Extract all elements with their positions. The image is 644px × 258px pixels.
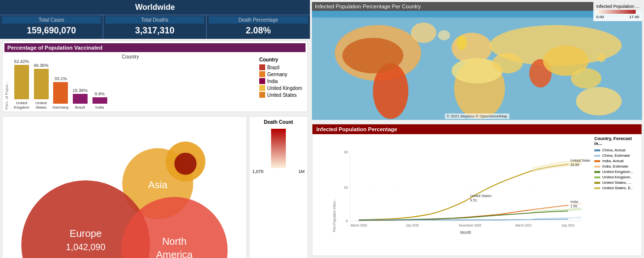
infected-chart-area: Perc.Population Infect... 0 10 20 March … xyxy=(312,134,592,256)
infected-legend-color xyxy=(594,182,600,184)
legend-item: United Kingdom xyxy=(259,85,303,91)
bubble-canvas: Asia Europe 1,042,090 North America xyxy=(2,116,246,258)
infected-legend-item: India, Actual xyxy=(594,159,640,163)
bar-group: 46.36% United States xyxy=(31,63,51,110)
infected-legend-color xyxy=(594,166,600,168)
svg-point-22 xyxy=(571,68,601,88)
vaccination-section: Percentage of Population Vaccinated Coun… xyxy=(2,41,308,112)
svg-text:16.85: 16.85 xyxy=(570,163,579,167)
infected-chart-svg: Perc.Population Infect... 0 10 20 March … xyxy=(332,138,590,246)
bubble-section: Asia Europe 1,042,090 North America Cont… xyxy=(2,116,247,258)
bar xyxy=(34,69,49,99)
infected-legend-label: China, Actual xyxy=(602,148,625,152)
total-cases-label: Total Cases xyxy=(2,16,101,24)
svg-point-14 xyxy=(342,38,403,73)
infected-legend-title: Country, Forecast in... xyxy=(594,136,640,146)
bar-country-label: United Kingdom xyxy=(12,101,31,110)
bar-chart-container: 52.42% United Kingdom 46.36% United Stat… xyxy=(10,60,111,110)
bar xyxy=(53,82,68,104)
infected-legend-label: United States, ... xyxy=(602,180,631,185)
infected-legend-color xyxy=(594,149,600,151)
infected-legend-label: India, Estimate xyxy=(602,164,628,169)
death-count-gradient xyxy=(271,129,286,168)
legend-color xyxy=(259,78,265,84)
map-legend-title: Infected Population ... xyxy=(596,4,639,9)
legend-item: Germany xyxy=(259,71,303,77)
infected-legend-label: China, Estimate xyxy=(602,153,630,158)
infected-legend-item: United Kingdom... xyxy=(594,170,640,174)
svg-text:10: 10 xyxy=(344,185,348,190)
total-cases-value: 159,690,070 xyxy=(2,24,101,38)
bar xyxy=(92,97,107,104)
bottom-left: Asia Europe 1,042,090 North America Cont… xyxy=(2,116,308,258)
svg-text:March 2021: March 2021 xyxy=(516,224,532,227)
svg-text:1.56: 1.56 xyxy=(570,204,577,208)
map-legend-gradient xyxy=(596,10,636,14)
map-legend-scale: 0.00 17.40 xyxy=(596,15,639,19)
legend-item: United States xyxy=(259,92,303,98)
svg-text:Month: Month xyxy=(460,230,471,235)
death-count-title: Death Count xyxy=(252,119,305,125)
svg-text:0: 0 xyxy=(346,219,348,223)
svg-text:9.51: 9.51 xyxy=(470,198,477,202)
infected-legend-label: United Kingdom... xyxy=(602,170,634,174)
death-count-scale: 1,070 1M xyxy=(252,169,305,174)
svg-point-26 xyxy=(438,30,450,40)
death-percentage-value: 2.08% xyxy=(209,24,308,38)
svg-text:July 2021: July 2021 xyxy=(561,224,575,228)
legend-color xyxy=(259,92,265,98)
legend-color xyxy=(259,85,265,91)
legend-color xyxy=(259,64,265,70)
legend-item: India xyxy=(259,78,303,84)
svg-text:Europe: Europe xyxy=(69,228,101,239)
bar-chart-wrapper: Perc. of Popul... 52.42% United Kingdom … xyxy=(4,60,256,110)
infected-legend-item: United Kingdom.. xyxy=(594,175,640,179)
svg-point-16 xyxy=(457,36,467,50)
total-deaths-label: Total Deaths xyxy=(105,16,204,24)
death-count-min: 1,070 xyxy=(252,169,264,174)
legend-item: Brazil xyxy=(259,64,303,70)
infected-legend-label: United States, E.. xyxy=(602,186,633,190)
vaccination-chart-title: Country xyxy=(4,54,256,59)
bar-country-label: United States xyxy=(31,101,51,110)
svg-text:Perc.Population Infect...: Perc.Population Infect... xyxy=(333,199,337,232)
country-legend: Country Brazil Germany India United King… xyxy=(256,54,306,110)
vaccination-chart-area: Country Perc. of Popul... 52.42% United … xyxy=(4,54,256,110)
svg-text:India: India xyxy=(570,200,579,204)
svg-text:United States: United States xyxy=(570,158,590,163)
svg-point-23 xyxy=(576,87,622,115)
infected-legend-item: India, Estimate xyxy=(594,164,640,169)
legend-color xyxy=(259,71,265,77)
infected-legend-item: United States, E.. xyxy=(594,186,640,190)
death-percentage-label: Death Percentage xyxy=(209,16,308,24)
svg-point-25 xyxy=(597,54,606,62)
infected-legend-item: United States, ... xyxy=(594,180,640,185)
total-cases-cell: Total Cases 159,690,070 xyxy=(0,15,103,39)
map-credit: © 2021 Mapbox © OpenStreetMap xyxy=(445,114,509,119)
map-title: Infected Population Percentage Per Count… xyxy=(312,2,642,11)
svg-point-24 xyxy=(492,53,522,73)
infected-legend-item: China, Estimate xyxy=(594,153,640,158)
bar-group: 15.36% Brazil xyxy=(70,88,90,110)
vaccination-title: Percentage of Population Vaccinated xyxy=(4,43,306,52)
infected-legend-color xyxy=(594,160,600,162)
bar-value-label: 33.1% xyxy=(54,76,67,81)
bar-country-label: Germany xyxy=(53,105,69,110)
infected-legend-color xyxy=(594,176,600,178)
bar-value-label: 46.36% xyxy=(33,63,49,68)
worldwide-section: Worldwide Total Cases 159,690,070 Total … xyxy=(0,0,310,39)
bar-country-label: India xyxy=(95,105,104,110)
svg-text:March 2020: March 2020 xyxy=(351,224,368,227)
map-legend: Infected Population ... 0.00 17.40 xyxy=(593,2,642,21)
legend-label: United Kingdom xyxy=(267,86,302,91)
map-legend-min: 0.00 xyxy=(596,15,604,19)
infected-section: Infected Population Percentage Perc.Popu… xyxy=(312,124,642,256)
death-count-section: Death Count 1,070 1M xyxy=(249,116,308,258)
svg-point-9 xyxy=(174,153,196,175)
map-section: Infected Population Percentage Per Count… xyxy=(312,2,642,120)
stats-row: Total Cases 159,690,070 Total Deaths 3,3… xyxy=(0,15,310,39)
infected-legend-label: United Kingdom.. xyxy=(602,175,632,179)
death-percentage-cell: Death Percentage 2.08% xyxy=(207,15,310,39)
svg-point-12 xyxy=(411,23,436,43)
svg-text:20: 20 xyxy=(344,150,348,154)
